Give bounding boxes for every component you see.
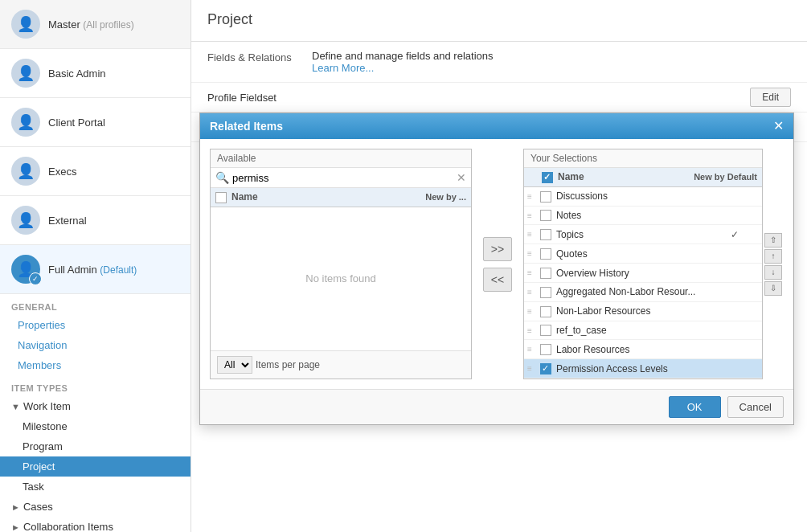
sidebar-item-external[interactable]: 👤 External — [0, 196, 190, 245]
profile-fieldset-row: Profile Fieldset Edit — [191, 83, 807, 113]
sidebar-item-full-admin[interactable]: 👤 Full Admin (Default) — [0, 245, 190, 294]
tree-label-task: Task — [23, 481, 44, 493]
available-panel: Available 🔍 ✕ Name New by ... No items f… — [210, 149, 472, 379]
drag-handle-topics[interactable]: ≡ — [527, 230, 537, 239]
updown-panel: ⇧ ↑ ↓ ⇩ — [763, 149, 784, 379]
sidebar-item-milestone[interactable]: Milestone — [0, 416, 190, 436]
drag-handle-non-labor[interactable]: ≡ — [527, 307, 537, 316]
sidebar-item-execs[interactable]: 👤 Execs — [0, 147, 190, 196]
user-name-execs: Execs — [48, 166, 76, 178]
avatar-basic-admin: 👤 — [11, 59, 40, 88]
checkbox-permission-access[interactable] — [540, 363, 551, 374]
ok-button[interactable]: OK — [669, 396, 721, 418]
sidebar-item-cases[interactable]: ► Cases — [0, 497, 190, 517]
selections-table-header: ✓ Name New by Default — [524, 168, 762, 187]
user-name-client-portal: Client Portal — [48, 117, 105, 129]
page-header: Project — [191, 0, 807, 42]
selection-row-labor-resources: ≡ Labor Resources — [524, 340, 762, 359]
user-name-external: External — [48, 215, 87, 227]
cancel-button[interactable]: Cancel — [727, 396, 784, 418]
sidebar-item-basic-admin[interactable]: 👤 Basic Admin — [0, 49, 190, 98]
fields-desc-text: Define and manage fields and relations — [312, 50, 791, 62]
selection-name-discussions: Discussions — [556, 190, 711, 202]
checkbox-non-labor[interactable] — [540, 306, 551, 317]
selections-list: ≡ Discussions ≡ Notes — [524, 187, 762, 379]
checkbox-overview-history[interactable] — [540, 268, 551, 279]
drag-handle-agg-non-labor[interactable]: ≡ — [527, 288, 537, 297]
move-down-button[interactable]: ↓ — [764, 265, 782, 280]
sidebar: 👤 Master (All profiles) 👤 Basic Admin 👤 … — [0, 0, 191, 532]
expand-icon-cases: ► — [11, 502, 20, 512]
search-clear-icon[interactable]: ✕ — [457, 171, 466, 184]
drag-handle-ref-to-case[interactable]: ≡ — [527, 326, 537, 335]
search-input[interactable] — [232, 172, 457, 184]
modal-close-button[interactable]: ✕ — [773, 120, 784, 133]
related-items-modal: Related Items ✕ Available 🔍 ✕ — [199, 113, 794, 425]
move-top-button[interactable]: ⇧ — [764, 233, 782, 248]
avatar-external: 👤 — [11, 206, 40, 235]
learn-more-link[interactable]: Learn More... — [312, 62, 791, 74]
checkbox-quotes[interactable] — [540, 248, 551, 260]
selection-name-topics: Topics — [556, 229, 711, 240]
tree-label-work-item: Work Item — [23, 400, 71, 412]
selection-name-non-labor: Non-Labor Resources — [556, 305, 711, 317]
drag-handle-permission-access[interactable]: ≡ — [527, 364, 537, 373]
add-items-button[interactable]: >> — [483, 237, 512, 261]
sidebar-item-master[interactable]: 👤 Master (All profiles) — [0, 0, 190, 49]
selection-row-agg-non-labor: ≡ Aggregated Non-Labor Resour... — [524, 283, 762, 302]
available-name-col-header: Name — [231, 191, 402, 203]
drag-handle-notes[interactable]: ≡ — [527, 211, 537, 220]
sidebar-link-properties[interactable]: Properties — [0, 315, 190, 335]
drag-handle-quotes[interactable]: ≡ — [527, 249, 537, 258]
drag-handle-labor-resources[interactable]: ≡ — [527, 345, 537, 354]
user-name-full-admin: Full Admin — [48, 264, 97, 276]
selections-name-col-header: Name — [558, 171, 693, 182]
sidebar-item-task[interactable]: Task — [0, 477, 190, 497]
arrows-panel: >> << — [480, 149, 515, 379]
no-items-text: No items found — [211, 207, 471, 350]
search-bar: 🔍 ✕ — [211, 168, 471, 188]
selection-name-labor-resources: Labor Resources — [556, 344, 711, 355]
general-section-label: GENERAL — [0, 294, 190, 315]
sidebar-item-collab[interactable]: ► Collaboration Items — [0, 517, 190, 532]
select-all-available-checkbox[interactable] — [215, 192, 227, 203]
checkbox-labor-resources[interactable] — [540, 344, 551, 355]
tree-label-program: Program — [23, 440, 63, 452]
remove-items-button[interactable]: << — [483, 268, 512, 292]
sidebar-item-client-portal[interactable]: 👤 Client Portal — [0, 98, 190, 147]
avatar-full-admin: 👤 — [11, 255, 40, 284]
items-per-page-select[interactable]: All 10 25 50 — [217, 356, 252, 374]
selection-row-ref-to-case: ≡ ref_to_case — [524, 321, 762, 341]
expand-icon-collab: ► — [11, 522, 20, 532]
avatar-client-portal: 👤 — [11, 108, 40, 137]
modal-overlay: Related Items ✕ Available 🔍 ✕ — [199, 113, 807, 532]
page-title: Project — [207, 11, 791, 28]
modal-footer: OK Cancel — [200, 389, 793, 424]
available-label: Available — [211, 149, 471, 168]
sidebar-link-members[interactable]: Members — [0, 355, 190, 375]
drag-handle-overview-history[interactable]: ≡ — [527, 268, 537, 277]
checkbox-topics[interactable] — [540, 229, 551, 240]
selection-row-overview-history: ≡ Overview History — [524, 264, 762, 283]
move-bottom-button[interactable]: ⇩ — [764, 281, 782, 296]
move-up-button[interactable]: ↑ — [764, 249, 782, 264]
edit-profile-fieldset-button[interactable]: Edit — [750, 88, 791, 107]
selection-row-permission-access: 3 ≡ Permission Access Levels — [524, 359, 762, 379]
checkbox-discussions[interactable] — [540, 191, 551, 203]
checkbox-agg-non-labor[interactable] — [540, 287, 551, 298]
avatar-execs: 👤 — [11, 157, 40, 186]
checkbox-ref-to-case[interactable] — [540, 325, 551, 336]
user-name-basic-admin: Basic Admin — [48, 68, 106, 80]
sidebar-item-program[interactable]: Program — [0, 436, 190, 456]
sidebar-item-project[interactable]: Project — [0, 456, 190, 477]
sidebar-item-work-item[interactable]: ▼ Work Item — [0, 396, 190, 416]
sidebar-link-navigation[interactable]: Navigation — [0, 335, 190, 355]
checkbox-notes[interactable] — [540, 210, 551, 221]
fields-content: Define and manage fields and relations L… — [312, 50, 791, 74]
main-content: Project Fields & Relations Define and ma… — [191, 0, 807, 532]
selection-name-agg-non-labor: Aggregated Non-Labor Resour... — [556, 286, 711, 297]
drag-handle-discussions[interactable]: ≡ — [527, 192, 537, 201]
tree-label-project: Project — [23, 460, 55, 473]
selection-name-permission-access: Permission Access Levels — [556, 363, 711, 374]
select-all-selections-checkbox[interactable]: ✓ — [542, 172, 553, 183]
